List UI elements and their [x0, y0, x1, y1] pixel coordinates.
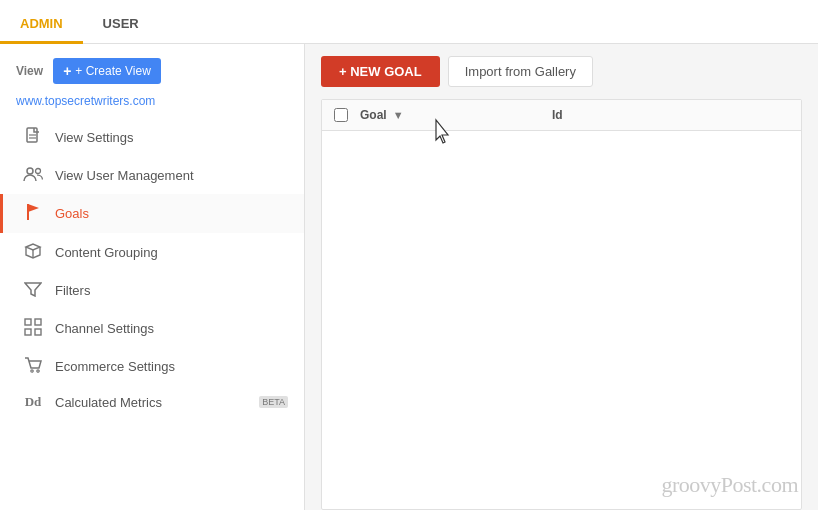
sidebar-item-label: Filters [55, 283, 288, 298]
content-icon [23, 242, 43, 263]
svg-rect-8 [25, 319, 31, 325]
sidebar: View + + Create View www.topsecretwriter… [0, 44, 305, 510]
col-id-header: Id [552, 108, 563, 122]
svg-rect-9 [35, 319, 41, 325]
svg-point-12 [31, 370, 33, 372]
col-goal-header: Goal ▼ [360, 108, 540, 122]
svg-rect-10 [25, 329, 31, 335]
col-goal-label: Goal [360, 108, 387, 122]
new-goal-button[interactable]: + NEW GOAL [321, 56, 440, 87]
goals-table: Goal ▼ Id [321, 99, 802, 510]
sidebar-item-label: View Settings [55, 130, 288, 145]
filter-icon [23, 281, 43, 300]
domain-link[interactable]: www.topsecretwriters.com [0, 92, 304, 118]
view-section: View + + Create View [0, 44, 304, 92]
create-view-button[interactable]: + + Create View [53, 58, 161, 84]
metrics-icon: Dd [23, 394, 43, 410]
sidebar-item-content-grouping[interactable]: Content Grouping [0, 233, 304, 272]
create-view-label: + Create View [75, 64, 151, 78]
select-all-checkbox[interactable] [334, 108, 348, 122]
sidebar-item-label: Ecommerce Settings [55, 359, 288, 374]
sidebar-item-channel-settings[interactable]: Channel Settings [0, 309, 304, 348]
svg-marker-7 [25, 283, 41, 296]
sidebar-item-label: View User Management [55, 168, 288, 183]
import-gallery-button[interactable]: Import from Gallery [448, 56, 593, 87]
tab-admin[interactable]: ADMIN [0, 6, 83, 44]
tab-user[interactable]: USER [83, 6, 159, 44]
layout: View + + Create View www.topsecretwriter… [0, 44, 818, 510]
sidebar-item-ecommerce[interactable]: Ecommerce Settings [0, 348, 304, 385]
svg-point-13 [37, 370, 39, 372]
sidebar-item-label: Calculated Metrics [55, 395, 243, 410]
sidebar-item-filters[interactable]: Filters [0, 272, 304, 309]
top-nav: ADMIN USER [0, 0, 818, 44]
sidebar-item-label: Goals [55, 206, 288, 221]
channel-icon [23, 318, 43, 339]
plus-icon: + [63, 63, 71, 79]
main-content: + NEW GOAL Import from Gallery Goal ▼ Id [305, 44, 818, 510]
svg-point-3 [27, 168, 33, 174]
svg-point-4 [36, 169, 41, 174]
view-label: View [16, 64, 43, 78]
doc-icon [23, 127, 43, 148]
sidebar-item-calculated-metrics[interactable]: Dd Calculated Metrics BETA [0, 385, 304, 419]
cart-icon [23, 357, 43, 376]
flag-icon [23, 203, 43, 224]
table-header: Goal ▼ Id [322, 100, 801, 131]
people-icon [23, 166, 43, 185]
sort-icon[interactable]: ▼ [393, 109, 404, 121]
beta-badge: BETA [259, 396, 288, 408]
svg-rect-11 [35, 329, 41, 335]
sidebar-item-view-settings[interactable]: View Settings [0, 118, 304, 157]
sidebar-item-user-management[interactable]: View User Management [0, 157, 304, 194]
main-toolbar: + NEW GOAL Import from Gallery [305, 44, 818, 99]
sidebar-item-goals[interactable]: Goals [0, 194, 304, 233]
sidebar-item-label: Channel Settings [55, 321, 288, 336]
sidebar-item-label: Content Grouping [55, 245, 288, 260]
watermark: groovyPost.com [661, 472, 798, 498]
